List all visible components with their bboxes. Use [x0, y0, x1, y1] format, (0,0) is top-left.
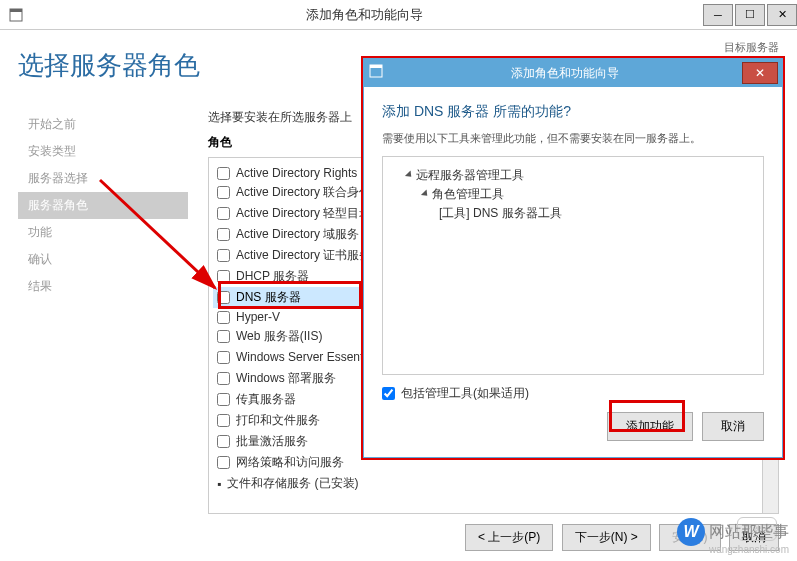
sidebar-item[interactable]: 确认 [18, 246, 188, 273]
role-checkbox[interactable] [217, 167, 230, 180]
role-checkbox[interactable] [217, 207, 230, 220]
sidebar-item[interactable]: 服务器角色 [18, 192, 188, 219]
app-icon [4, 0, 28, 30]
tree-node[interactable]: 远程服务器管理工具 角色管理工具 [工具] DNS 服务器工具 [407, 165, 755, 228]
wizard-footer: < 上一步(P) 下一步(N) > 安装(I) 取消 [18, 514, 779, 561]
page-title: 选择服务器角色 [18, 40, 200, 101]
svg-rect-3 [370, 65, 382, 68]
close-button[interactable]: ✕ [767, 4, 797, 26]
dialog-description: 需要使用以下工具来管理此功能，但不需要安装在同一服务器上。 [382, 131, 764, 146]
tree-node[interactable]: 角色管理工具 [工具] DNS 服务器工具 [423, 184, 755, 226]
next-button[interactable]: 下一步(N) > [562, 524, 651, 551]
tree-leaf[interactable]: [工具] DNS 服务器工具 [439, 203, 755, 224]
role-checkbox[interactable] [217, 186, 230, 199]
sidebar-item[interactable]: 功能 [18, 219, 188, 246]
dialog-title: 添加角色和功能向导 [388, 65, 742, 82]
role-checkbox[interactable] [217, 393, 230, 406]
window-title: 添加角色和功能向导 [28, 6, 701, 24]
include-tools-checkbox[interactable]: 包括管理工具(如果适用) [382, 385, 764, 402]
role-checkbox[interactable] [217, 435, 230, 448]
role-checkbox[interactable] [217, 456, 230, 469]
dialog-question: 添加 DNS 服务器 所需的功能? [382, 103, 764, 121]
sidebar-item[interactable]: 服务器选择 [18, 165, 188, 192]
expand-icon[interactable] [405, 170, 414, 179]
sidebar-item[interactable]: 安装类型 [18, 138, 188, 165]
include-tools-input[interactable] [382, 387, 395, 400]
role-checkbox[interactable] [217, 249, 230, 262]
dialog-icon [364, 64, 388, 82]
watermark: W网站那些事 wangzhanshi.com [677, 518, 789, 555]
features-tree[interactable]: 远程服务器管理工具 角色管理工具 [工具] DNS 服务器工具 [382, 156, 764, 375]
wizard-sidebar: 开始之前安装类型服务器选择服务器角色功能确认结果 [18, 101, 188, 514]
sidebar-item[interactable]: 结果 [18, 273, 188, 300]
role-checkbox[interactable] [217, 330, 230, 343]
svg-rect-1 [10, 9, 22, 12]
role-checkbox[interactable] [217, 372, 230, 385]
add-features-dialog: 添加角色和功能向导 ✕ 添加 DNS 服务器 所需的功能? 需要使用以下工具来管… [363, 58, 783, 458]
role-checkbox[interactable] [217, 414, 230, 427]
annotation-add-highlight [609, 400, 685, 432]
watermark-logo-icon: W [677, 518, 705, 546]
minimize-button[interactable]: ─ [703, 4, 733, 26]
role-checkbox[interactable] [217, 351, 230, 364]
dialog-close-button[interactable]: ✕ [742, 62, 778, 84]
prev-button[interactable]: < 上一步(P) [465, 524, 553, 551]
titlebar: 添加角色和功能向导 ─ ☐ ✕ [0, 0, 797, 30]
role-checkbox[interactable] [217, 311, 230, 324]
maximize-button[interactable]: ☐ [735, 4, 765, 26]
dialog-cancel-button[interactable]: 取消 [702, 412, 764, 441]
role-item[interactable]: ▪文件和存储服务 (已安装) [213, 473, 774, 494]
expand-icon[interactable] [421, 189, 430, 198]
target-server-label: 目标服务器 [724, 40, 779, 55]
sidebar-item[interactable]: 开始之前 [18, 111, 188, 138]
annotation-dns-highlight [218, 281, 362, 309]
role-checkbox[interactable] [217, 228, 230, 241]
